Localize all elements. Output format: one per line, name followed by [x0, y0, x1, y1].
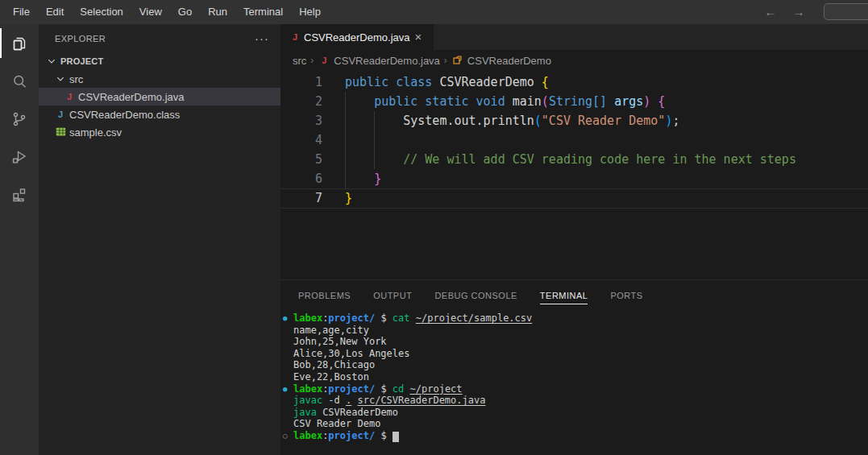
chevron-right-icon: ›	[440, 55, 451, 66]
terminal-token: Bob,28,Chicago	[293, 359, 375, 370]
tree-item-src[interactable]: src	[39, 70, 280, 88]
tree-item-csvreaderdemo-class[interactable]: JCSVReaderDemo.class	[39, 105, 280, 123]
menu-go[interactable]: Go	[170, 0, 200, 24]
line-number: 6	[280, 169, 322, 188]
nav-forward-icon[interactable]: →	[790, 0, 808, 24]
sidebar-title: EXPLORER	[55, 34, 255, 43]
tree-item-project[interactable]: PROJECT	[39, 52, 280, 70]
code-editor[interactable]: 1public class CSVReaderDemo {2 public st…	[280, 71, 868, 279]
panel-tab-terminal[interactable]: TERMINAL	[540, 287, 588, 304]
terminal-token: CSVReaderDemo	[317, 407, 398, 418]
terminal-token: project/	[328, 430, 375, 441]
code-token: String[]	[549, 94, 614, 109]
terminal-token: project/	[328, 312, 375, 324]
menu-edit[interactable]: Edit	[38, 0, 72, 24]
menu-terminal[interactable]: Terminal	[235, 0, 291, 24]
line-number: 7	[280, 188, 322, 208]
breadcrumb-item[interactable]: CSVReaderDemo	[451, 55, 551, 67]
explorer-sidebar: EXPLORER ··· PROJECTsrcJCSVReaderDemo.ja…	[39, 24, 280, 455]
tree-item-sample-csv[interactable]: sample.csv	[39, 123, 280, 141]
menu-selection[interactable]: Selection	[72, 0, 131, 24]
line-number: 3	[280, 111, 322, 130]
terminal-token: John,25,New York	[293, 336, 387, 347]
terminal-line: Eve,22,Boston	[280, 371, 868, 383]
code-line: 5 // We will add CSV reading code here i…	[280, 150, 868, 169]
code-token: "CSV Reader Demo"	[542, 114, 666, 128]
code-line: 4	[280, 130, 868, 150]
tree-item-label: CSVReaderDemo.class	[69, 109, 180, 121]
breadcrumb-item[interactable]: src	[293, 55, 306, 67]
code-token: CSVReaderDemo	[439, 75, 541, 89]
tree-item-label: PROJECT	[60, 56, 103, 66]
terminal-token: java	[293, 407, 317, 418]
code-token	[345, 94, 374, 109]
line-number: 5	[280, 150, 322, 169]
tab-label: CSVReaderDemo.java	[304, 31, 410, 43]
titlebar-search-input[interactable]	[824, 3, 868, 20]
terminal-line: name,age,city	[280, 325, 868, 337]
tab-csvreaderdemo-java[interactable]: J CSVReaderDemo.java ×	[280, 24, 434, 50]
code-token: )	[643, 94, 650, 109]
terminal-link[interactable]: src/CSVReaderDemo.java	[358, 395, 486, 406]
line-number: 2	[280, 92, 322, 111]
activity-bar	[0, 24, 39, 455]
terminal[interactable]: ●labex:project/ $ cat ~/project/sample.c…	[280, 310, 868, 455]
code-token: }	[374, 172, 381, 186]
extensions-icon[interactable]	[0, 176, 39, 213]
menu-run[interactable]: Run	[200, 0, 235, 24]
menu-view[interactable]: View	[131, 0, 170, 24]
breadcrumb-item[interactable]: JCSVReaderDemo.java	[318, 55, 440, 67]
code-token: (	[534, 114, 542, 128]
explorer-icon[interactable]	[0, 24, 39, 62]
panel-tab-output[interactable]: OUTPUT	[373, 287, 412, 304]
vscode-window: FileEditSelectionViewGoRunTerminalHelp ←…	[0, 0, 868, 455]
terminal-link[interactable]: ~/project/sample.csv	[416, 312, 533, 324]
code-token: public static void	[374, 94, 513, 109]
terminal-token: cat	[392, 312, 410, 324]
prompt-marker-icon: ○	[283, 430, 287, 442]
code-line: 6 }	[280, 169, 868, 188]
nav-back-icon[interactable]: ←	[762, 0, 779, 24]
bottom-panel: PROBLEMSOUTPUTDEBUG CONSOLETERMINALPORTS…	[280, 279, 868, 455]
code-text: public static void main(String[] args) {	[345, 92, 665, 111]
terminal-token	[410, 312, 416, 324]
code-token: {	[658, 94, 665, 109]
run-debug-icon[interactable]	[0, 138, 39, 176]
source-control-icon[interactable]	[0, 100, 39, 138]
chevron-down-icon	[54, 72, 67, 85]
panel-tab-ports[interactable]: PORTS	[610, 287, 642, 304]
tab-bar: J CSVReaderDemo.java ×	[280, 24, 868, 50]
code-token	[345, 152, 403, 167]
panel-tab-problems[interactable]: PROBLEMS	[298, 287, 351, 304]
tree-item-csvreaderdemo-java[interactable]: JCSVReaderDemo.java	[39, 88, 280, 105]
terminal-token: -d	[322, 395, 346, 406]
terminal-line: javac -d . src/CSVReaderDemo.java	[280, 395, 868, 407]
code-text: // We will add CSV reading code here in …	[345, 150, 796, 169]
code-token: System.out.println	[345, 114, 534, 128]
menu-file[interactable]: File	[5, 0, 38, 24]
terminal-link[interactable]: ~/project	[410, 383, 463, 395]
panel-tab-debug-console[interactable]: DEBUG CONSOLE	[434, 287, 517, 304]
code-token: main	[513, 94, 542, 109]
code-text: public class CSVReaderDemo {	[345, 72, 549, 92]
chevron-down-icon	[45, 55, 58, 68]
title-bar: FileEditSelectionViewGoRunTerminalHelp ←…	[0, 0, 868, 24]
code-token: // We will add CSV reading code here in …	[403, 152, 796, 167]
more-actions-icon[interactable]: ···	[255, 35, 269, 43]
java-file-icon: J	[63, 92, 76, 101]
code-token	[345, 172, 374, 186]
breadcrumb: src›JCSVReaderDemo.java›CSVReaderDemo	[280, 50, 868, 71]
code-token	[650, 94, 658, 109]
close-icon[interactable]: ×	[410, 29, 426, 45]
breadcrumb-label: CSVReaderDemo	[467, 55, 551, 67]
search-icon[interactable]	[0, 62, 39, 100]
terminal-token: name,age,city	[293, 325, 369, 336]
code-token: {	[542, 75, 549, 89]
terminal-line: java CSVReaderDemo	[280, 407, 868, 419]
editor-group: J CSVReaderDemo.java × src›JCSVReaderDem…	[280, 24, 868, 455]
terminal-token	[404, 383, 409, 395]
menu-help[interactable]: Help	[291, 0, 329, 24]
class-symbol-icon	[451, 55, 464, 67]
breadcrumb-label: src	[293, 55, 306, 67]
code-text: System.out.println("CSV Reader Demo");	[345, 111, 679, 130]
